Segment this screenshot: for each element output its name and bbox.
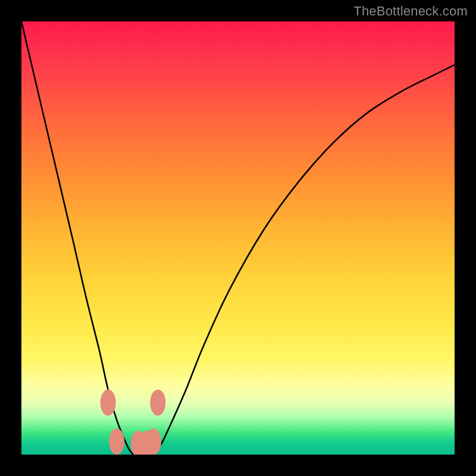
chart-frame: TheBottleneck.com bbox=[0, 0, 476, 476]
marker-dot bbox=[150, 390, 165, 416]
bottleneck-curve bbox=[21, 21, 455, 455]
marker-group bbox=[101, 390, 166, 455]
marker-dot bbox=[146, 428, 161, 455]
curve-overlay bbox=[21, 21, 455, 455]
plot-area bbox=[21, 21, 455, 455]
watermark-text: TheBottleneck.com bbox=[353, 4, 468, 19]
marker-dot bbox=[109, 428, 124, 455]
curve-line bbox=[21, 21, 455, 455]
marker-dot bbox=[101, 390, 116, 416]
